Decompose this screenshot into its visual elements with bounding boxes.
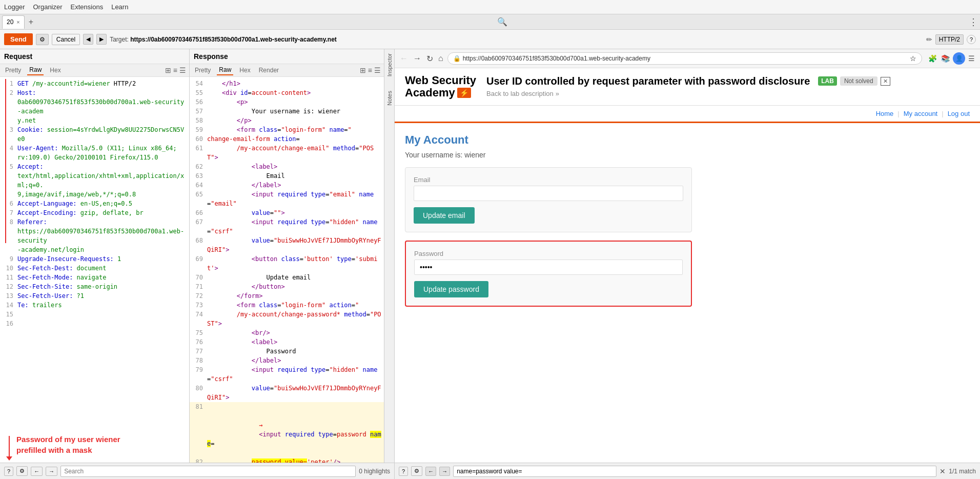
- logo-line2: Academy: [405, 87, 455, 99]
- response-tab-pretty[interactable]: Pretty: [193, 66, 213, 75]
- notes-label[interactable]: Notes: [386, 91, 393, 106]
- password-input[interactable]: [414, 260, 683, 275]
- nav-home[interactable]: Home: [876, 110, 894, 117]
- resp-line-75: 75 <br/>: [190, 328, 384, 337]
- menu-organizer[interactable]: Organizer: [33, 3, 62, 11]
- req-line-15: 14 Te: trailers: [0, 301, 189, 310]
- bottom-right-settings-btn[interactable]: ⚙: [411, 466, 422, 476]
- account-title: My Account: [405, 133, 970, 147]
- response-lines-icon[interactable]: ≡: [368, 66, 372, 74]
- request-wrap-icon[interactable]: ⊞: [165, 66, 171, 74]
- inspector-label[interactable]: Inspector: [386, 53, 393, 76]
- nav-my-account[interactable]: My account: [904, 110, 937, 117]
- nav-log-out[interactable]: Log out: [948, 110, 970, 117]
- response-tab-render[interactable]: Render: [257, 66, 281, 75]
- bottom-bar-right: ? ⚙ ← → ✕ 1/1 match: [395, 463, 980, 479]
- x-badge[interactable]: ✕: [881, 77, 890, 86]
- toolbar: Send ⚙ Cancel ◀ ▶ Target: https://0ab600…: [0, 30, 980, 49]
- update-email-button[interactable]: Update email: [414, 207, 475, 224]
- bottom-right-help-btn[interactable]: ?: [399, 467, 408, 476]
- req-line-1: 1 GET /my-account?id=wiener HTTP/2: [0, 79, 189, 88]
- bottom-right-forward-btn[interactable]: →: [439, 467, 450, 476]
- settings-button[interactable]: ⚙: [36, 34, 49, 45]
- request-tab-hex[interactable]: Hex: [48, 66, 63, 75]
- req-line-6c: 9,image/avif,image/web,*/*;q=0.8: [0, 190, 189, 199]
- password-label: Password: [414, 250, 683, 257]
- extensions-btn[interactable]: 🧩: [927, 54, 938, 63]
- tab-20[interactable]: 20 ×: [2, 15, 25, 29]
- nav-forward-button[interactable]: ▶: [96, 34, 107, 45]
- response-wrap-icon[interactable]: ⊞: [360, 66, 366, 74]
- resp-line-71: 71 </button>: [190, 282, 384, 291]
- lock-icon: 🔒: [453, 55, 461, 62]
- bottom-back-btn[interactable]: ←: [31, 467, 43, 476]
- email-input[interactable]: [414, 186, 683, 201]
- request-tab-pretty[interactable]: Pretty: [3, 66, 23, 75]
- resp-line-74: 74 /my-account/change-password* method="…: [190, 310, 384, 328]
- request-lines-icon[interactable]: ≡: [173, 66, 177, 74]
- resp-line-82: 82 password value='peter'/>: [190, 457, 384, 463]
- req-line-16: 15: [0, 310, 189, 319]
- browser-forward-btn[interactable]: →: [412, 54, 422, 63]
- search-input[interactable]: [60, 466, 356, 477]
- browser-menu-icons: 🧩 📚 👤 ☰: [927, 52, 976, 65]
- help-button[interactable]: ?: [967, 35, 976, 44]
- main-area: Request Pretty Raw Hex ⊞ ≡ ☰ 1: [0, 49, 980, 479]
- bottom-help-btn[interactable]: ?: [4, 467, 13, 476]
- account-btn[interactable]: 👤: [953, 52, 965, 65]
- send-button[interactable]: Send: [4, 33, 33, 45]
- nav-back-button[interactable]: ◀: [83, 34, 93, 45]
- resp-line-76: 76 <label>: [190, 337, 384, 347]
- req-line-6b: text/html,application/xhtml+xml,applicat…: [0, 171, 189, 190]
- req-line-9b: https://0ab600970346751f853f530b00d700a1…: [0, 227, 189, 245]
- resp-line-58: 58 </p>: [190, 116, 384, 125]
- browser-nav: ← → ↻ ⌂ 🔒 https://0ab600970346751f853f53…: [395, 49, 980, 68]
- bottom-right-back-btn[interactable]: ←: [425, 467, 436, 476]
- tab-more-icon[interactable]: ⋮: [969, 16, 978, 28]
- req-line-11: 10 Sec-Fetch-Dest: document: [0, 264, 189, 273]
- browser-back-btn[interactable]: ←: [399, 54, 409, 63]
- menu-logger[interactable]: Logger: [4, 3, 25, 11]
- annotation-text: Password of my user wiener prefilled wit…: [16, 434, 120, 455]
- menu-extensions[interactable]: Extensions: [71, 3, 104, 11]
- resp-line-68: 68 value="buiSwwHoJvVEf71JDmmbOyRYneyFQi…: [190, 236, 384, 254]
- response-code-area: 54 </h1> 55 <div id=account-content> 56 …: [190, 77, 384, 463]
- bottom-search-input[interactable]: [453, 466, 936, 477]
- resp-line-59: 59 <form class="login-form" name=": [190, 125, 384, 134]
- resp-line-67: 67 <input required type="hidden" name="c…: [190, 217, 384, 236]
- response-menu-icon[interactable]: ☰: [374, 66, 381, 74]
- edit-icon[interactable]: ✏: [926, 35, 932, 44]
- req-line-13: 12 Sec-Fetch-Site: same-origin: [0, 282, 189, 291]
- bookmark-btn[interactable]: 📚: [940, 54, 951, 63]
- menu-learn[interactable]: Learn: [111, 3, 128, 11]
- req-line-9: 8 Referer:: [0, 217, 189, 227]
- browser-reload-btn[interactable]: ↻: [425, 54, 434, 64]
- tab-close-icon[interactable]: ×: [16, 19, 19, 25]
- response-tab-hex[interactable]: Hex: [237, 66, 252, 75]
- back-link[interactable]: Back to lab description »: [486, 90, 970, 97]
- bottom-search-clear-btn[interactable]: ✕: [940, 467, 946, 475]
- bottom-settings-btn[interactable]: ⚙: [16, 466, 28, 476]
- resp-line-69: 69 <button class='button' type='submit'>: [190, 254, 384, 273]
- tab-add-button[interactable]: +: [27, 17, 35, 27]
- response-tab-raw[interactable]: Raw: [217, 65, 233, 75]
- request-tab-raw[interactable]: Raw: [27, 65, 44, 75]
- back-arrow-icon: »: [556, 90, 559, 97]
- req-line-8: 7 Accept-Encoding: gzip, deflate, br: [0, 208, 189, 217]
- resp-line-62: 62 <label>: [190, 162, 384, 171]
- star-icon[interactable]: ☆: [910, 54, 916, 63]
- cancel-button[interactable]: Cancel: [52, 34, 80, 45]
- request-menu-icon[interactable]: ☰: [179, 66, 186, 74]
- req-line-12: 11 Sec-Fetch-Mode: navigate: [0, 273, 189, 282]
- update-password-button[interactable]: Update password: [414, 281, 488, 297]
- resp-line-55: 55 <div id=account-content>: [190, 88, 384, 97]
- req-line-17: 16: [0, 319, 189, 328]
- browser-home-btn[interactable]: ⌂: [437, 54, 444, 63]
- menu-btn[interactable]: ☰: [967, 54, 976, 63]
- tab-search-icon[interactable]: 🔍: [497, 17, 507, 27]
- req-line-10: 9 Upgrade-Insecure-Requests: 1: [0, 254, 189, 264]
- bottom-forward-btn[interactable]: →: [46, 467, 57, 476]
- response-header: Response: [190, 49, 384, 64]
- req-line-2: 2 Host:: [0, 88, 189, 97]
- req-line-9c: -academy.net/login: [0, 245, 189, 254]
